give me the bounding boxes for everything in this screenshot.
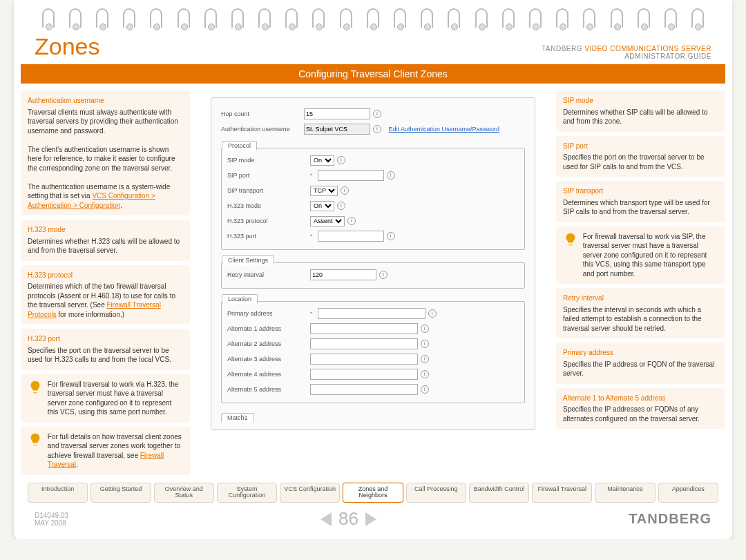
info-icon[interactable]: i <box>379 271 388 279</box>
sipmode-label: SIP mode <box>227 157 310 164</box>
info-icon[interactable]: i <box>428 309 437 318</box>
tip-full-details: For full details on how traversal client… <box>21 427 190 475</box>
edit-auth-link[interactable]: Edit Authentication Username/Password <box>389 126 500 133</box>
h323port-label: H.323 port <box>227 233 310 240</box>
h323proto-label: H.323 protocol <box>227 218 310 224</box>
tab-system-config[interactable]: System Configuration <box>217 483 277 503</box>
client-settings-tab: Client Settings <box>222 255 274 265</box>
alt4-input[interactable] <box>310 369 418 380</box>
alt5-input[interactable] <box>310 384 418 395</box>
info-icon[interactable]: i <box>337 202 345 210</box>
tab-bandwidth[interactable]: Bandwidth Control <box>469 483 529 503</box>
h323port-input[interactable] <box>318 231 384 242</box>
info-icon[interactable]: i <box>421 325 429 333</box>
alt5-label: Alternate 5 address <box>227 386 310 393</box>
page-title: Zones <box>35 33 100 60</box>
info-icon[interactable]: i <box>421 340 429 348</box>
page-footer: D14049.03 MAY 2008 86 TANDBERG <box>14 503 732 532</box>
tab-getting-started[interactable]: Getting Started <box>90 483 151 503</box>
lightbulb-icon <box>28 380 43 395</box>
tab-introduction[interactable]: Introduction <box>28 483 88 503</box>
info-icon[interactable]: i <box>387 171 395 180</box>
h323protocol-heading: H.323 protocol <box>28 271 183 280</box>
alt1-input[interactable] <box>310 323 418 334</box>
sipport-input[interactable] <box>318 170 384 181</box>
alt2-input[interactable] <box>310 338 418 349</box>
header-right: TANDBERG VIDEO COMMUNICATIONS SERVER ADM… <box>542 45 711 60</box>
prev-page-icon[interactable] <box>321 512 332 526</box>
sipmode-text: Determines whether SIP calls will be all… <box>563 108 718 126</box>
next-page-icon[interactable] <box>365 512 376 526</box>
client-settings-section: Client Settings Retry intervali <box>221 262 525 289</box>
protocol-tab: Protocol <box>222 141 257 151</box>
retry-text: Specifies the interval in seconds with w… <box>563 305 718 334</box>
retry-input[interactable] <box>310 269 376 280</box>
card-retry: Retry interval Specifies the interval in… <box>556 288 725 338</box>
card-sip-mode: SIP mode Determines whether SIP calls wi… <box>556 90 725 132</box>
tab-zones-neighbors[interactable]: Zones and Neighbors <box>343 483 403 503</box>
sipmode-heading: SIP mode <box>563 96 718 106</box>
primary-text: Specifies the IP address or FQDN of the … <box>563 360 718 378</box>
tab-vcs-config[interactable]: VCS Configuration <box>280 483 340 503</box>
auth-p1: Traversal clients must always authentica… <box>28 108 183 136</box>
info-icon[interactable]: i <box>421 355 429 363</box>
info-icon[interactable]: i <box>337 156 345 164</box>
tab-call-processing[interactable]: Call Processing <box>406 483 466 503</box>
info-icon[interactable]: i <box>421 370 429 378</box>
location-section: Location Primary address*i Alternate 1 a… <box>221 301 525 403</box>
spiral-binding <box>14 0 732 28</box>
tab-appendices[interactable]: Appendices <box>658 483 718 503</box>
info-icon[interactable]: i <box>373 125 381 133</box>
info-icon[interactable]: i <box>347 217 356 225</box>
hop-count-input[interactable] <box>304 108 370 119</box>
alt3-input[interactable] <box>310 354 418 365</box>
h323mode-label: H.323 mode <box>227 202 310 209</box>
info-icon[interactable]: i <box>421 385 429 394</box>
alt4-label: Alternate 4 address <box>227 371 310 378</box>
company-name: TANDBERG <box>542 45 582 52</box>
sipmode-select[interactable]: On <box>310 155 334 166</box>
tab-firewall-traversal[interactable]: Firewall Traversal <box>532 483 592 503</box>
auth-heading: Authentication username <box>28 96 183 106</box>
alt1-label: Alternate 1 address <box>227 325 310 332</box>
page-number: 86 <box>338 508 358 530</box>
card-h323-port: H.323 port Specifies the port on the tra… <box>21 329 190 370</box>
h323mode-heading: H.323 mode <box>28 225 183 235</box>
lightbulb-icon <box>28 432 43 447</box>
card-h323-protocol: H.323 protocol Determines which of the t… <box>21 265 190 325</box>
alt3-label: Alternate 3 address <box>227 356 310 363</box>
tip-full-text: For full details on how traversal client… <box>48 432 182 470</box>
h323proto-select[interactable]: Assent <box>310 216 345 226</box>
guide-subtitle: ADMINISTRATOR GUIDE <box>624 52 711 60</box>
tab-maintenance[interactable]: Maintenance <box>595 483 655 503</box>
tip-sip-text: For firewall traversal to work via SIP, … <box>583 232 718 279</box>
primary-heading: Primary address <box>563 348 718 358</box>
tip-h323: For firewall traversal to work via H.323… <box>21 374 190 423</box>
sipport-heading: SIP port <box>563 142 718 151</box>
retry-label: Retry interval <box>227 271 310 278</box>
product-name: VIDEO COMMUNICATIONS SERVER <box>584 45 711 52</box>
doc-info: D14049.03 MAY 2008 <box>35 512 68 527</box>
auth-user-label: Authentication username <box>221 126 304 133</box>
h323port-text: Specifies the port on the traversal serv… <box>28 346 183 365</box>
tab-overview-status[interactable]: Overview and Status <box>154 483 214 503</box>
form-screenshot: Hop count i Authentication username i Ed… <box>211 97 535 430</box>
hop-count-label: Hop count <box>221 110 304 117</box>
siptransport-heading: SIP transport <box>563 186 718 196</box>
protocol-section: Protocol SIP modeOni SIP port*i SIP tran… <box>221 148 525 250</box>
info-icon[interactable]: i <box>373 110 381 118</box>
card-auth-username: Authentication username Traversal client… <box>21 90 190 215</box>
info-icon[interactable]: i <box>341 186 349 195</box>
siptrans-select[interactable]: TCP <box>310 186 338 196</box>
left-column: Authentication username Traversal client… <box>21 90 190 475</box>
h323mode-select[interactable]: On <box>310 201 334 211</box>
primary-input[interactable] <box>318 308 425 319</box>
info-icon[interactable]: i <box>387 232 395 240</box>
siptrans-label: SIP transport <box>227 187 310 194</box>
h323mode-text: Determines whether H.323 calls will be a… <box>28 237 183 255</box>
h323port-heading: H.323 port <box>28 334 183 344</box>
card-h323-mode: H.323 mode Determines whether H.323 call… <box>21 220 190 261</box>
location-tab: Location <box>222 294 258 304</box>
tip-sip: For firewall traversal to work via SIP, … <box>556 226 725 284</box>
lightbulb-icon <box>563 232 578 247</box>
